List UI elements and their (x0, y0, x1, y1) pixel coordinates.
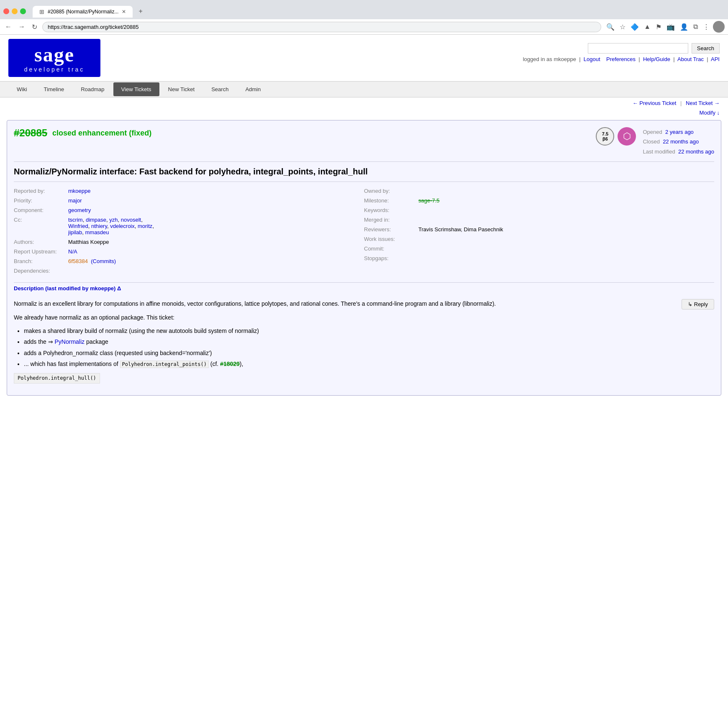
nav-timeline[interactable]: Timeline (36, 82, 72, 96)
desc-code-block: Polyhedron.integral_hull() (14, 373, 714, 384)
component-value[interactable]: geometry (68, 207, 91, 213)
avatar[interactable] (713, 21, 725, 33)
nav-search[interactable]: Search (203, 82, 236, 96)
ticket-id: #20885 (14, 127, 47, 139)
flag-icon[interactable]: ⚑ (654, 21, 663, 33)
star-icon[interactable]: ☆ (618, 21, 627, 33)
header-right: Search logged in as mkoeppe | Logout Pre… (100, 39, 720, 62)
branch-commits[interactable]: (Commits) (91, 258, 116, 264)
cloud-icon[interactable]: ▲ (642, 21, 652, 32)
logout-link[interactable]: Logout (584, 56, 600, 62)
cc-nthiery[interactable]: nthiery (91, 223, 107, 229)
meta-commit: Commit: (364, 244, 714, 253)
closed-label: Closed (643, 138, 659, 145)
help-link[interactable]: Help/Guide (643, 56, 670, 62)
extension-icon[interactable]: 🔷 (629, 21, 641, 33)
authors-label: Authors: (14, 239, 68, 245)
ticket-title: Normaliz/PyNormaliz interface: Fast back… (14, 161, 714, 176)
reply-button[interactable]: Reply (682, 299, 714, 309)
tab-title: #20885 (Normaliz/PyNormaliz... (48, 9, 118, 15)
merged-in-label: Merged in: (364, 217, 418, 223)
preferences-link[interactable]: Preferences (606, 56, 636, 62)
ticket-18029-link[interactable]: #18029 (220, 361, 240, 367)
next-ticket-link[interactable]: Next Ticket → (686, 100, 720, 106)
owned-by-label: Owned by: (364, 188, 418, 194)
meta-stopgaps: Stopgaps: (364, 253, 714, 263)
minimize-window-button[interactable] (12, 8, 18, 14)
search-button[interactable]: Search (692, 43, 720, 54)
site-logo[interactable]: sage developer trac (8, 39, 100, 77)
address-bar: ← → ↻ 🔍 ☆ 🔷 ▲ ⚑ 📺 👤 ⧉ ⋮ (0, 19, 728, 35)
closed-date[interactable]: 22 months ago (663, 138, 699, 145)
code-integral-points: Polyhedron.integral_points() (120, 361, 209, 368)
search-bar: Search (588, 43, 720, 54)
desc-list-item-3: adds a Polyhedron_normaliz class (reques… (24, 348, 714, 358)
nav-roadmap[interactable]: Roadmap (73, 82, 112, 96)
meta-branch: Branch: 6f58384 (Commits) (14, 256, 364, 266)
cc-moritz[interactable]: moritz (138, 223, 152, 229)
ticket-id-status: #20885 closed enhancement (fixed) (14, 127, 151, 139)
more-icon[interactable]: ⋮ (701, 21, 711, 33)
cc-tscrim[interactable]: tscrim (68, 217, 83, 223)
cc-jipilab[interactable]: jipilab (68, 229, 82, 235)
url-input[interactable] (42, 22, 601, 32)
pynormaliz-link[interactable]: PyNormaliz (55, 338, 85, 345)
desc-list-item-2: adds the ⇒ PyNormaliz package (24, 337, 714, 346)
ticket-navigation: ← Previous Ticket | Next Ticket → (0, 97, 728, 109)
cc-mmasdeu[interactable]: mmasdeu (85, 229, 109, 235)
nav-wiki[interactable]: Wiki (9, 82, 35, 96)
close-window-button[interactable] (3, 8, 9, 14)
modified-date[interactable]: 22 months ago (678, 148, 714, 155)
opened-label: Opened (643, 129, 662, 135)
profile-icon[interactable]: 👤 (678, 21, 690, 33)
about-link[interactable]: About Trac (677, 56, 704, 62)
keywords-label: Keywords: (364, 207, 418, 213)
meta-priority: Priority: major (14, 196, 364, 205)
cc-vdelecroix[interactable]: vdelecroix (110, 223, 135, 229)
priority-value[interactable]: major (68, 197, 82, 204)
authors-value: Matthias Koeppe (68, 239, 109, 245)
meta-reported-by: Reported by: mkoeppe (14, 186, 364, 196)
maximize-window-button[interactable] (20, 8, 26, 14)
nav-new-ticket[interactable]: New Ticket (160, 82, 203, 96)
opened-date[interactable]: 2 years ago (665, 129, 694, 135)
meta-dependencies: Dependencies: (14, 266, 364, 276)
meta-left: Reported by: mkoeppe Priority: major Com… (14, 186, 364, 276)
report-upstream-value[interactable]: N/A (68, 248, 77, 255)
description-diff-link[interactable]: Δ (117, 285, 121, 292)
modify-link[interactable]: Modify ↓ (700, 110, 720, 116)
code-integral-hull: Polyhedron.integral_hull() (14, 373, 100, 384)
browser-chrome: ⊞ #20885 (Normaliz/PyNormaliz... ✕ + ← →… (0, 0, 728, 35)
description-body: Reply Normaliz is an excellent library f… (14, 294, 714, 389)
copy-icon[interactable]: ⧉ (692, 21, 700, 32)
cast-icon[interactable]: 📺 (665, 21, 677, 33)
meta-keywords: Keywords: (364, 205, 714, 215)
search-input[interactable] (588, 43, 688, 54)
reported-by-value[interactable]: mkoeppe (68, 188, 90, 194)
previous-ticket-link[interactable]: ← Previous Ticket (633, 100, 677, 106)
zoom-icon[interactable]: 🔍 (605, 21, 616, 33)
cc-novoselt[interactable]: novoselt (121, 217, 141, 223)
cc-yzh[interactable]: yzh (109, 217, 118, 223)
api-link[interactable]: API (711, 56, 720, 62)
reviewers-label: Reviewers: (364, 226, 418, 233)
commit-label: Commit: (364, 246, 418, 252)
tab-close-button[interactable]: ✕ (122, 9, 126, 15)
milestone-label: Milestone: (364, 197, 418, 204)
work-issues-label: Work issues: (364, 236, 418, 242)
back-button[interactable]: ← (3, 21, 13, 32)
cc-dimpase[interactable]: dimpase (86, 217, 106, 223)
main-nav: Wiki Timeline Roadmap View Tickets New T… (0, 81, 728, 97)
meta-right: Owned by: Milestone: sage-7.5 Keywords: … (364, 186, 714, 276)
cc-winfried[interactable]: Winfried (68, 223, 88, 229)
reload-button[interactable]: ↻ (30, 21, 39, 33)
milestone-value[interactable]: sage-7.5 (418, 197, 440, 204)
desc-list: makes a shared library build of normaliz… (24, 326, 714, 369)
forward-button[interactable]: → (17, 21, 27, 32)
nav-view-tickets[interactable]: View Tickets (113, 82, 159, 96)
nav-admin[interactable]: Admin (237, 82, 269, 96)
meta-work-issues: Work issues: (364, 234, 714, 244)
branch-value[interactable]: 6f58384 (68, 258, 88, 264)
active-tab[interactable]: ⊞ #20885 (Normaliz/PyNormaliz... ✕ (33, 6, 133, 18)
new-tab-button[interactable]: + (133, 5, 147, 18)
